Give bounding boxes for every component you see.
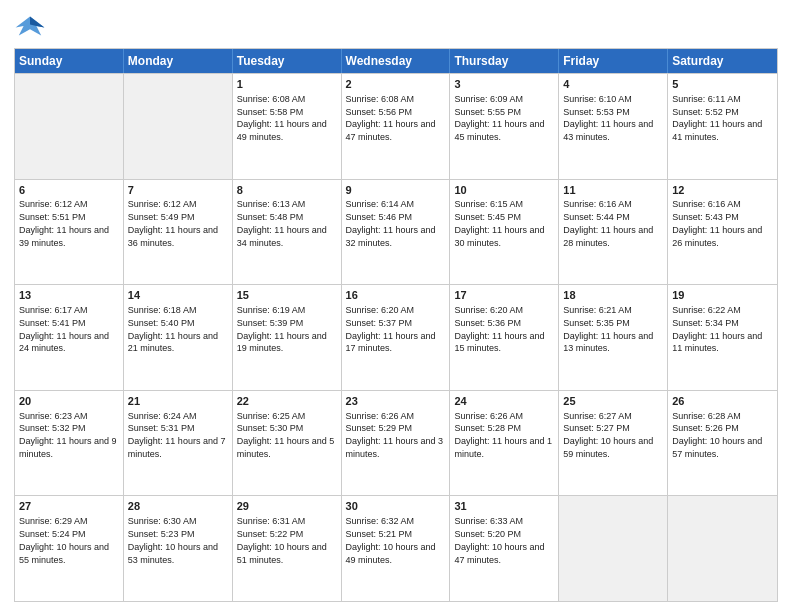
day-info: Sunrise: 6:27 AM Sunset: 5:27 PM Dayligh… [563, 411, 653, 459]
calendar-cell: 8Sunrise: 6:13 AM Sunset: 5:48 PM Daylig… [233, 180, 342, 285]
day-info: Sunrise: 6:30 AM Sunset: 5:23 PM Dayligh… [128, 516, 218, 564]
day-info: Sunrise: 6:33 AM Sunset: 5:20 PM Dayligh… [454, 516, 544, 564]
calendar-cell: 13Sunrise: 6:17 AM Sunset: 5:41 PM Dayli… [15, 285, 124, 390]
day-number: 4 [563, 77, 663, 92]
calendar-cell: 28Sunrise: 6:30 AM Sunset: 5:23 PM Dayli… [124, 496, 233, 601]
day-info: Sunrise: 6:20 AM Sunset: 5:37 PM Dayligh… [346, 305, 436, 353]
day-number: 25 [563, 394, 663, 409]
day-info: Sunrise: 6:16 AM Sunset: 5:43 PM Dayligh… [672, 199, 762, 247]
calendar-header: SundayMondayTuesdayWednesdayThursdayFrid… [15, 49, 777, 73]
day-number: 20 [19, 394, 119, 409]
calendar-cell: 9Sunrise: 6:14 AM Sunset: 5:46 PM Daylig… [342, 180, 451, 285]
calendar-cell: 26Sunrise: 6:28 AM Sunset: 5:26 PM Dayli… [668, 391, 777, 496]
calendar-cell: 18Sunrise: 6:21 AM Sunset: 5:35 PM Dayli… [559, 285, 668, 390]
day-number: 5 [672, 77, 773, 92]
calendar-cell: 14Sunrise: 6:18 AM Sunset: 5:40 PM Dayli… [124, 285, 233, 390]
day-number: 26 [672, 394, 773, 409]
day-header-wednesday: Wednesday [342, 49, 451, 73]
calendar-cell: 23Sunrise: 6:26 AM Sunset: 5:29 PM Dayli… [342, 391, 451, 496]
logo [14, 10, 49, 42]
day-number: 31 [454, 499, 554, 514]
day-info: Sunrise: 6:08 AM Sunset: 5:58 PM Dayligh… [237, 94, 327, 142]
day-number: 2 [346, 77, 446, 92]
day-number: 17 [454, 288, 554, 303]
day-info: Sunrise: 6:14 AM Sunset: 5:46 PM Dayligh… [346, 199, 436, 247]
calendar-cell: 11Sunrise: 6:16 AM Sunset: 5:44 PM Dayli… [559, 180, 668, 285]
day-number: 24 [454, 394, 554, 409]
calendar-cell: 6Sunrise: 6:12 AM Sunset: 5:51 PM Daylig… [15, 180, 124, 285]
day-info: Sunrise: 6:20 AM Sunset: 5:36 PM Dayligh… [454, 305, 544, 353]
day-info: Sunrise: 6:09 AM Sunset: 5:55 PM Dayligh… [454, 94, 544, 142]
day-info: Sunrise: 6:21 AM Sunset: 5:35 PM Dayligh… [563, 305, 653, 353]
calendar-row-4: 20Sunrise: 6:23 AM Sunset: 5:32 PM Dayli… [15, 390, 777, 496]
calendar-cell: 21Sunrise: 6:24 AM Sunset: 5:31 PM Dayli… [124, 391, 233, 496]
day-number: 3 [454, 77, 554, 92]
day-info: Sunrise: 6:11 AM Sunset: 5:52 PM Dayligh… [672, 94, 762, 142]
day-info: Sunrise: 6:12 AM Sunset: 5:49 PM Dayligh… [128, 199, 218, 247]
day-number: 27 [19, 499, 119, 514]
calendar-cell: 16Sunrise: 6:20 AM Sunset: 5:37 PM Dayli… [342, 285, 451, 390]
calendar-body: 1Sunrise: 6:08 AM Sunset: 5:58 PM Daylig… [15, 73, 777, 601]
day-number: 7 [128, 183, 228, 198]
day-info: Sunrise: 6:10 AM Sunset: 5:53 PM Dayligh… [563, 94, 653, 142]
day-number: 11 [563, 183, 663, 198]
day-info: Sunrise: 6:22 AM Sunset: 5:34 PM Dayligh… [672, 305, 762, 353]
day-number: 19 [672, 288, 773, 303]
day-info: Sunrise: 6:26 AM Sunset: 5:28 PM Dayligh… [454, 411, 552, 459]
calendar-cell: 30Sunrise: 6:32 AM Sunset: 5:21 PM Dayli… [342, 496, 451, 601]
day-number: 12 [672, 183, 773, 198]
calendar-row-5: 27Sunrise: 6:29 AM Sunset: 5:24 PM Dayli… [15, 495, 777, 601]
day-info: Sunrise: 6:13 AM Sunset: 5:48 PM Dayligh… [237, 199, 327, 247]
day-info: Sunrise: 6:28 AM Sunset: 5:26 PM Dayligh… [672, 411, 762, 459]
calendar-cell [124, 74, 233, 179]
day-info: Sunrise: 6:32 AM Sunset: 5:21 PM Dayligh… [346, 516, 436, 564]
calendar-cell: 20Sunrise: 6:23 AM Sunset: 5:32 PM Dayli… [15, 391, 124, 496]
calendar: SundayMondayTuesdayWednesdayThursdayFrid… [14, 48, 778, 602]
day-number: 1 [237, 77, 337, 92]
header [14, 10, 778, 42]
page-container: SundayMondayTuesdayWednesdayThursdayFrid… [0, 0, 792, 612]
calendar-cell [668, 496, 777, 601]
day-header-friday: Friday [559, 49, 668, 73]
day-number: 29 [237, 499, 337, 514]
day-info: Sunrise: 6:26 AM Sunset: 5:29 PM Dayligh… [346, 411, 444, 459]
calendar-cell: 4Sunrise: 6:10 AM Sunset: 5:53 PM Daylig… [559, 74, 668, 179]
calendar-cell: 22Sunrise: 6:25 AM Sunset: 5:30 PM Dayli… [233, 391, 342, 496]
day-info: Sunrise: 6:12 AM Sunset: 5:51 PM Dayligh… [19, 199, 109, 247]
calendar-row-2: 6Sunrise: 6:12 AM Sunset: 5:51 PM Daylig… [15, 179, 777, 285]
day-number: 10 [454, 183, 554, 198]
day-number: 21 [128, 394, 228, 409]
day-number: 15 [237, 288, 337, 303]
calendar-cell: 10Sunrise: 6:15 AM Sunset: 5:45 PM Dayli… [450, 180, 559, 285]
day-number: 28 [128, 499, 228, 514]
calendar-cell: 19Sunrise: 6:22 AM Sunset: 5:34 PM Dayli… [668, 285, 777, 390]
calendar-cell: 31Sunrise: 6:33 AM Sunset: 5:20 PM Dayli… [450, 496, 559, 601]
calendar-cell: 2Sunrise: 6:08 AM Sunset: 5:56 PM Daylig… [342, 74, 451, 179]
calendar-cell: 27Sunrise: 6:29 AM Sunset: 5:24 PM Dayli… [15, 496, 124, 601]
day-number: 16 [346, 288, 446, 303]
day-number: 9 [346, 183, 446, 198]
day-number: 22 [237, 394, 337, 409]
calendar-cell: 29Sunrise: 6:31 AM Sunset: 5:22 PM Dayli… [233, 496, 342, 601]
day-header-saturday: Saturday [668, 49, 777, 73]
day-info: Sunrise: 6:18 AM Sunset: 5:40 PM Dayligh… [128, 305, 218, 353]
day-number: 6 [19, 183, 119, 198]
day-number: 30 [346, 499, 446, 514]
day-number: 8 [237, 183, 337, 198]
day-info: Sunrise: 6:16 AM Sunset: 5:44 PM Dayligh… [563, 199, 653, 247]
calendar-cell [559, 496, 668, 601]
day-number: 14 [128, 288, 228, 303]
calendar-cell: 3Sunrise: 6:09 AM Sunset: 5:55 PM Daylig… [450, 74, 559, 179]
day-info: Sunrise: 6:08 AM Sunset: 5:56 PM Dayligh… [346, 94, 436, 142]
calendar-cell: 25Sunrise: 6:27 AM Sunset: 5:27 PM Dayli… [559, 391, 668, 496]
day-number: 13 [19, 288, 119, 303]
day-header-sunday: Sunday [15, 49, 124, 73]
day-info: Sunrise: 6:15 AM Sunset: 5:45 PM Dayligh… [454, 199, 544, 247]
day-info: Sunrise: 6:24 AM Sunset: 5:31 PM Dayligh… [128, 411, 226, 459]
day-info: Sunrise: 6:19 AM Sunset: 5:39 PM Dayligh… [237, 305, 327, 353]
calendar-cell: 7Sunrise: 6:12 AM Sunset: 5:49 PM Daylig… [124, 180, 233, 285]
calendar-cell: 15Sunrise: 6:19 AM Sunset: 5:39 PM Dayli… [233, 285, 342, 390]
logo-icon [14, 10, 46, 42]
calendar-row-3: 13Sunrise: 6:17 AM Sunset: 5:41 PM Dayli… [15, 284, 777, 390]
calendar-cell: 12Sunrise: 6:16 AM Sunset: 5:43 PM Dayli… [668, 180, 777, 285]
